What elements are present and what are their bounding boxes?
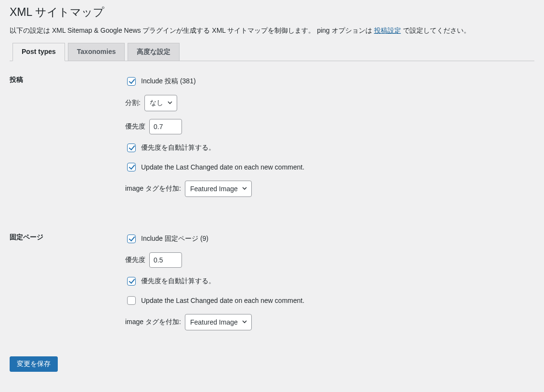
image-tag-label-pages: image タグを付加: [125,318,181,327]
priority-label-pages: 優先度 [125,256,145,264]
auto-priority-checkbox-posts[interactable] [127,144,136,152]
priority-label-posts: 優先度 [125,122,145,131]
save-button[interactable]: 変更を保存 [10,356,58,372]
include-pages-label[interactable]: Include 固定ページ (9) [141,235,208,243]
section-heading-posts: 投稿 [10,71,125,228]
auto-priority-checkbox-pages[interactable] [127,277,136,286]
chevron-down-icon [242,185,247,193]
include-pages-checkbox[interactable] [127,235,136,243]
update-lastchanged-label-pages[interactable]: Update the Last Changed date on each new… [141,297,304,304]
include-posts-checkbox[interactable] [127,77,136,86]
image-tag-select-value-posts: Featured Image [190,185,238,193]
page-description: 以下の設定は XML Sitemap & Google News プラグインが生… [10,26,534,35]
tab-taxonomies[interactable]: Taxonomies [68,43,125,61]
update-lastchanged-checkbox-pages[interactable] [127,296,136,305]
section-heading-pages: 固定ページ [10,228,125,343]
update-lastchanged-checkbox-posts[interactable] [127,163,136,171]
tab-post-types[interactable]: Post types [13,43,65,61]
tabs-wrapper: Post types Taxonomies 高度な設定 [10,43,534,61]
chevron-down-icon [167,99,173,107]
page-title: XML サイトマップ [10,5,534,20]
auto-priority-label-posts[interactable]: 優先度を自動計算する。 [141,144,215,152]
split-select-value: なし [150,99,163,107]
include-posts-label[interactable]: Include 投稿 (381) [141,77,196,86]
image-tag-select-posts[interactable]: Featured Image [185,181,252,197]
update-lastchanged-label-posts[interactable]: Update the Last Changed date on each new… [141,163,304,171]
desc-prefix: 以下の設定は XML Sitemap & Google News プラグインが生… [10,26,374,34]
writing-settings-link[interactable]: 投稿設定 [374,26,401,34]
chevron-down-icon [242,318,247,326]
image-tag-select-value-pages: Featured Image [190,318,238,326]
image-tag-label-posts: image タグを付加: [125,184,181,193]
desc-suffix: で設定してください。 [401,26,470,34]
split-select[interactable]: なし [144,95,177,111]
tab-advanced[interactable]: 高度な設定 [128,43,180,61]
auto-priority-label-pages[interactable]: 優先度を自動計算する。 [141,277,215,286]
image-tag-select-pages[interactable]: Featured Image [185,314,252,330]
priority-input-pages[interactable] [149,252,182,268]
split-label: 分割: [125,99,141,107]
priority-input-posts[interactable] [149,119,182,134]
